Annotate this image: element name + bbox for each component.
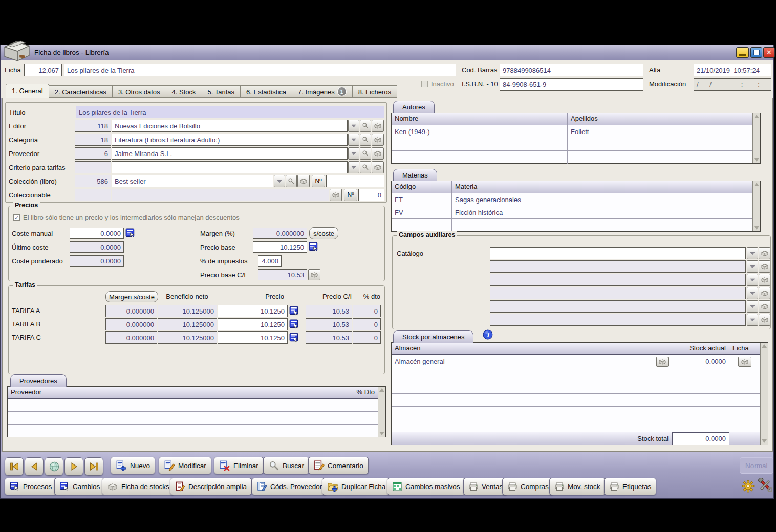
aux-field[interactable] (490, 300, 746, 313)
categoria-name-field[interactable]: Literatura (Libros:Literatura:Adulto:) (112, 134, 348, 146)
table-row[interactable] (8, 412, 378, 425)
tarifa-b-beneficio[interactable]: 10.125000 (158, 318, 217, 330)
close-button[interactable]: ✕ (763, 47, 775, 58)
editor-name-field[interactable]: Nuevas Ediciones de Bolsillo (112, 120, 348, 132)
stock-ficha-button[interactable] (738, 357, 751, 367)
autores-scrollbar[interactable] (752, 113, 760, 163)
autores-section-tab[interactable]: Autores (393, 101, 435, 113)
book-title-field[interactable]: Los pilares de la Tierra (64, 64, 456, 76)
editor-dropdown-button[interactable] (348, 120, 359, 132)
precio-base-field[interactable]: 10.1250 (253, 241, 307, 253)
tarifa-c-precio[interactable]: 10.1250 (218, 331, 288, 344)
coleccionable-name-field[interactable] (112, 189, 329, 201)
criterio-search-button[interactable] (360, 161, 371, 173)
proveedor-dropdown-button[interactable] (348, 147, 359, 160)
coleccion-name-field[interactable]: Best seller (112, 175, 273, 187)
nav-last-button[interactable] (84, 457, 103, 476)
categoria-code-field[interactable]: 18 (75, 134, 111, 146)
modificar-button[interactable]: Modificar (159, 457, 211, 474)
aux-dropdown-button[interactable] (747, 274, 758, 286)
margen-field[interactable]: 0.000000 (253, 228, 307, 239)
materias-section-tab[interactable]: Materias (393, 169, 437, 181)
author-row[interactable]: Ken (1949-) Follett (392, 125, 752, 138)
editor-search-button[interactable] (360, 120, 371, 132)
editor-code-field[interactable]: 118 (75, 120, 111, 132)
coste-manual-field[interactable]: 0.0000 (70, 228, 124, 239)
table-row[interactable] (392, 219, 752, 232)
criterio-dropdown-button[interactable] (348, 161, 359, 173)
stock-scrollbar[interactable] (760, 343, 768, 445)
cod-barras-field[interactable]: 9788499086514 (500, 64, 643, 76)
proveedor-name-field[interactable]: Jaime Miranda S.L. (112, 147, 348, 160)
proveedores-scrollbar[interactable] (378, 387, 385, 437)
materia-row[interactable]: FV Ficción histórica (392, 206, 752, 219)
ficha-number-field[interactable]: 12,067 (24, 64, 62, 76)
coste-manual-calc-button[interactable] (125, 228, 135, 238)
aux-card-button[interactable] (759, 300, 770, 313)
title-bar[interactable]: Ficha de libros - Librería ✕ (1, 45, 773, 61)
table-row[interactable] (392, 381, 760, 394)
tab-otros-datos[interactable]: 3. Otros datos (113, 85, 166, 98)
tarifa-a-beneficio[interactable]: 10.125000 (158, 305, 217, 317)
table-row[interactable] (392, 394, 760, 407)
table-row[interactable] (392, 419, 760, 432)
aux-dropdown-button[interactable] (747, 287, 758, 299)
editor-card-button[interactable] (372, 120, 384, 132)
alta-field[interactable]: 21/10/2019 10:57:24 (694, 64, 771, 76)
ventas-button[interactable]: Ventas (463, 478, 508, 495)
mov-stock-button[interactable]: Mov. stock (549, 478, 606, 495)
tarifa-c-calc-button[interactable] (289, 332, 299, 342)
cods-proveedor-button[interactable]: Códs. Proveedor (252, 478, 327, 495)
coleccion-num-field[interactable] (326, 175, 384, 187)
aux-card-button[interactable] (759, 274, 770, 286)
tab-stock[interactable]: 4. Stock (166, 85, 202, 98)
tab-caracteristicas[interactable]: 2. Características (49, 85, 113, 98)
info-icon[interactable] (483, 329, 493, 340)
categoria-card-button[interactable] (372, 134, 384, 146)
cambios-masivos-button[interactable]: Cambios masivos (387, 478, 465, 495)
coleccionable-card-button[interactable] (330, 189, 342, 201)
impuestos-field[interactable]: 4.000 (258, 255, 282, 267)
criterio-code-field[interactable] (75, 161, 111, 173)
catalogo-field[interactable] (490, 247, 746, 259)
categoria-search-button[interactable] (360, 134, 371, 146)
aux-card-button[interactable] (759, 314, 770, 326)
modificacion-field[interactable]: / / : : (694, 78, 771, 91)
criterio-card-button[interactable] (372, 161, 384, 173)
proveedores-section-tab[interactable]: Proveedores (10, 374, 67, 387)
aux-dropdown-button[interactable] (747, 314, 758, 326)
aux-card-button[interactable] (759, 287, 770, 299)
precio-base-ci-card-button[interactable] (308, 269, 320, 280)
titulo-field[interactable]: Los pilares de la Tierra (76, 106, 384, 118)
aux-field[interactable] (490, 260, 746, 273)
isbn-field[interactable]: 84-9908-651-9 (500, 78, 643, 91)
tools-icon[interactable] (758, 478, 772, 492)
procesos-button[interactable]: Procesos (5, 478, 57, 495)
materia-row[interactable]: FT Sagas generacionales (392, 193, 752, 206)
aux-card-button[interactable] (759, 260, 770, 273)
nav-globe-button[interactable] (45, 457, 63, 476)
descripcion-amplia-button[interactable]: Descripción amplia (170, 478, 252, 495)
comentario-button[interactable]: Comentario (308, 457, 369, 474)
aux-dropdown-button[interactable] (747, 247, 758, 259)
coleccion-card-button[interactable] (297, 175, 310, 187)
coleccionable-num-field[interactable]: 0 (358, 189, 384, 201)
aux-field[interactable] (490, 287, 746, 299)
coleccion-dropdown-button[interactable] (274, 175, 285, 187)
inactivo-checkbox[interactable] (421, 81, 428, 87)
cambios-button[interactable]: Cambios (54, 478, 105, 495)
stock-row[interactable]: Almacén general 0.0000 (392, 355, 760, 368)
etiquetas-button[interactable]: Etiquetas (604, 478, 656, 495)
precio-base-calc-button[interactable] (309, 242, 318, 252)
minimize-button[interactable] (736, 47, 749, 58)
proveedor-code-field[interactable]: 6 (75, 147, 111, 160)
coleccionable-code-field[interactable] (75, 189, 111, 201)
nav-previous-button[interactable] (25, 457, 44, 476)
aux-field[interactable] (490, 274, 746, 286)
compras-button[interactable]: Compras (502, 478, 554, 495)
table-row[interactable] (8, 399, 378, 412)
aux-dropdown-button[interactable] (747, 300, 758, 313)
ficha-stocks-button[interactable]: Ficha de stocks (102, 478, 175, 495)
aux-dropdown-button[interactable] (747, 260, 758, 273)
buscar-button[interactable]: Buscar (263, 457, 309, 474)
